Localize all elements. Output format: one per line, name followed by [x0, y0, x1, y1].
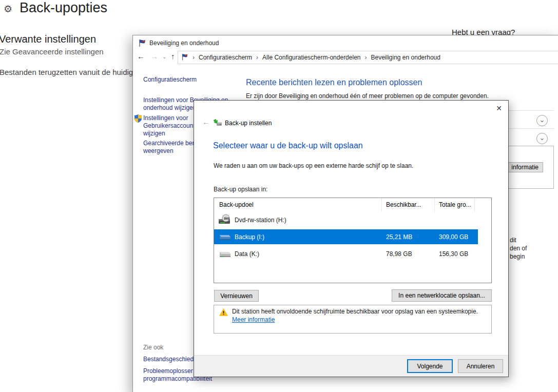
dialog-subtext: We raden u aan om uw back-ups op een ext…: [214, 162, 413, 169]
gray-drive-icon: [218, 248, 232, 261]
drive-row-backup[interactable]: Backup (I:) 25,21 MB 309,00 GB: [214, 228, 491, 245]
dvd-drive-icon: DVD: [218, 214, 232, 227]
warning-box: Dit station heeft onvoldoende schijfruim…: [214, 305, 492, 334]
expand-security-section-button[interactable]: ⌄: [536, 115, 548, 126]
security-flag-icon: [138, 39, 146, 49]
warning-text: Dit station heeft onvoldoende schijfruim…: [232, 308, 478, 315]
settings-page-title: Back-upopties: [20, 0, 107, 16]
forward-arrow-icon: →: [150, 52, 158, 61]
blue-drive-icon: [218, 231, 232, 244]
drive-row-data[interactable]: Data (K:) 78,98 GB 156,30 GB: [214, 245, 491, 262]
setup-backup-dialog: ✕ ← Back-up instellen Selecteer waar u d…: [194, 100, 509, 377]
chevron-down-icon: ⌄: [540, 116, 545, 124]
nav-history-dropdown[interactable]: ⌄: [162, 54, 166, 60]
address-bar[interactable]: › Configuratiescherm › Alle Configuratie…: [178, 51, 558, 64]
chevron-down-icon: ⌄: [162, 54, 166, 60]
window-titlebar[interactable]: Beveiliging en onderhoud: [133, 35, 558, 51]
breadcrumb-separator-icon: ›: [191, 54, 196, 61]
breadcrumb-item-all-items[interactable]: Alle Configuratiescherm-onderdelen: [262, 54, 360, 61]
column-header-available[interactable]: Beschikbar...: [382, 198, 435, 211]
expand-maintenance-section-button[interactable]: ⌄: [536, 133, 548, 144]
backup-app-icon: [214, 119, 222, 128]
warning-triangle-icon: [219, 308, 228, 318]
cp-main-heading: Recente berichten lezen en problemen opl…: [246, 78, 422, 87]
drive-row-dvd[interactable]: DVD Dvd-rw-station (H:): [214, 211, 491, 228]
column-header-total[interactable]: Totale gro...: [435, 198, 475, 211]
see-also-heading: Zie ook: [143, 344, 163, 351]
chevron-down-icon: ⌄: [540, 134, 545, 142]
next-button[interactable]: Volgende: [407, 359, 453, 373]
close-icon[interactable]: ✕: [496, 104, 502, 112]
cp-main-subtext: Er zijn door Beveiliging en onderhoud éé…: [246, 92, 489, 100]
uac-shield-icon: [134, 114, 142, 124]
dialog-nav-title: Back-up instellen: [225, 120, 272, 127]
cancel-button[interactable]: Annuleren: [458, 359, 503, 373]
column-header-target[interactable]: Back-updoel: [214, 198, 382, 211]
nav-up-button[interactable]: ↑: [171, 52, 175, 61]
text-fragment: dit: [510, 237, 516, 244]
save-to-network-button[interactable]: In een netwerklocatie opslaan...: [392, 289, 492, 302]
nav-back-button[interactable]: ←: [137, 52, 145, 61]
breadcrumb-item-security[interactable]: Beveiliging en onderhoud: [371, 54, 440, 61]
refresh-button[interactable]: Vernieuwen: [214, 290, 259, 302]
svg-text:DVD: DVD: [224, 217, 230, 220]
more-info-link[interactable]: Meer informatie: [232, 316, 275, 323]
breadcrumb-separator-icon: ›: [255, 54, 259, 61]
breadcrumb-separator-icon: ›: [363, 54, 368, 61]
drive-list: Back-updoel Beschikbar... Totale gro... …: [214, 198, 492, 283]
breadcrumb-item-control-panel[interactable]: Configuratiescherm: [199, 54, 252, 61]
breadcrumb-flag-icon: [181, 53, 188, 62]
dialog-heading: Selecteer waar u de back-up wilt opslaan: [213, 141, 363, 150]
back-arrow-icon: ←: [137, 52, 145, 61]
settings-gear-icon: ⚙: [4, 3, 12, 15]
drive-list-label: Back-up opslaan in:: [214, 186, 267, 193]
window-title: Beveiliging en onderhoud: [149, 40, 219, 47]
text-fragment: begin: [510, 253, 525, 260]
text-fragment: den of: [510, 245, 527, 252]
dialog-back-button[interactable]: ←: [202, 117, 210, 126]
sidebar-item-control-panel-home[interactable]: Configuratiescherm: [143, 76, 197, 84]
up-arrow-icon: ↑: [171, 52, 175, 61]
nav-forward-button[interactable]: →: [150, 52, 158, 61]
related-settings-heading: Verwante instellingen: [0, 33, 96, 45]
advanced-settings-link[interactable]: Zie Geavanceerde instellingen: [0, 47, 104, 56]
back-arrow-icon: ←: [202, 117, 210, 126]
dialog-footer: Volgende Annuleren: [194, 355, 508, 377]
drive-list-header: Back-updoel Beschikbar... Totale gro...: [214, 198, 491, 211]
